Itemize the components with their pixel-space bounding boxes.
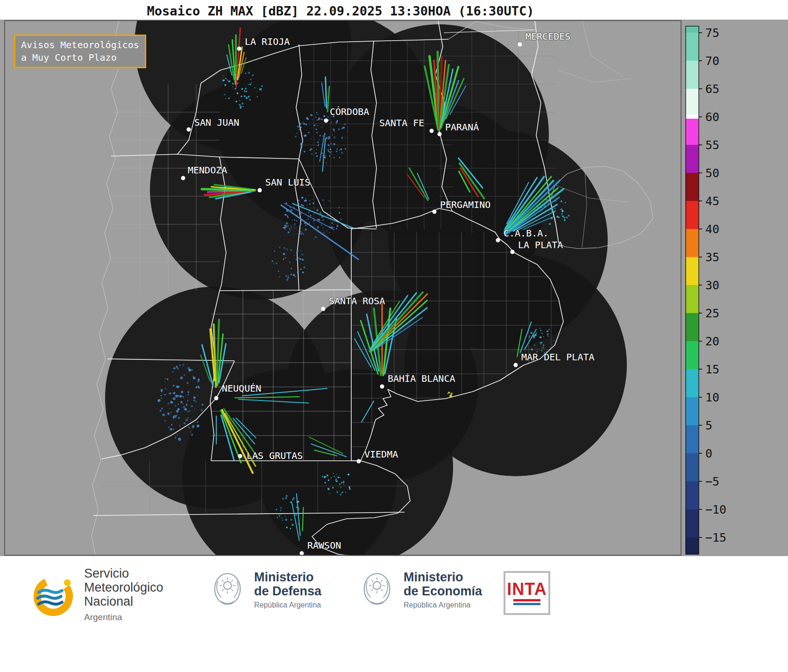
economia-line-2: de Economía xyxy=(404,584,482,598)
defensa-line-1: Ministerio xyxy=(254,570,321,584)
svg-text:C.A.B.A.: C.A.B.A. xyxy=(504,228,548,239)
svg-text:SAN JUAN: SAN JUAN xyxy=(194,117,239,128)
inta-red-bar xyxy=(513,599,540,601)
svg-text:20: 20 xyxy=(705,335,719,348)
svg-text:SANTA ROSA: SANTA ROSA xyxy=(329,295,385,307)
svg-text:MENDOZA: MENDOZA xyxy=(188,164,227,176)
svg-text:NEUQUÉN: NEUQUÉN xyxy=(222,383,261,394)
svg-text:MERCEDES: MERCEDES xyxy=(525,31,570,42)
advisory-line-2: a Muy Corto Plazo xyxy=(21,51,139,64)
svg-text:MAR DEL PLATA: MAR DEL PLATA xyxy=(521,351,595,363)
svg-text:LA RIOJA: LA RIOJA xyxy=(245,36,290,47)
map-title: Mosaico ZH MAX [dBZ] 22.09.2025 13:30HOA… xyxy=(0,4,681,18)
svg-text:45: 45 xyxy=(705,194,719,208)
svg-text:5: 5 xyxy=(705,419,712,432)
smn-line-2: Meteorológico xyxy=(84,580,163,594)
defensa-text: Ministerio de Defensa República Argentin… xyxy=(254,570,321,609)
svg-text:70: 70 xyxy=(705,54,719,68)
svg-text:CÓRDOBA: CÓRDOBA xyxy=(330,106,369,117)
svg-text:PARANÁ: PARANÁ xyxy=(445,122,479,133)
svg-text:SANTA FE: SANTA FE xyxy=(379,117,424,129)
smn-country: Argentina xyxy=(84,610,163,624)
ministerio-defensa-block: Ministerio de Defensa República Argentin… xyxy=(208,567,321,612)
svg-text:65: 65 xyxy=(705,82,719,96)
smn-line-3: Nacional xyxy=(84,594,163,608)
svg-text:35: 35 xyxy=(705,250,719,264)
svg-text:40: 40 xyxy=(705,222,719,236)
svg-text:60: 60 xyxy=(705,110,719,124)
defensa-line-2: de Defensa xyxy=(254,584,321,598)
smn-logo-icon xyxy=(29,571,78,620)
smn-line-1: Servicio xyxy=(84,566,163,580)
svg-text:RAWSON: RAWSON xyxy=(307,540,341,551)
advisory-box: Avisos Meteorológicos a Muy Corto Plazo xyxy=(14,35,146,68)
svg-text:PERGAMINO: PERGAMINO xyxy=(440,199,490,210)
radar-mosaic-page: Mosaico ZH MAX [dBZ] 22.09.2025 13:30HOA… xyxy=(0,0,788,672)
economia-line-1: Ministerio xyxy=(404,570,482,584)
inta-blue-bar xyxy=(513,603,540,605)
economia-sub: República Argentina xyxy=(404,601,482,609)
footer: Servicio Meteorológico Nacional Argentin… xyxy=(0,556,788,672)
svg-text:25: 25 xyxy=(705,307,719,320)
svg-text:75: 75 xyxy=(705,26,719,40)
smn-text: Servicio Meteorológico Nacional Argentin… xyxy=(84,566,163,624)
economia-text: Ministerio de Economía República Argenti… xyxy=(404,570,482,609)
svg-text:30: 30 xyxy=(705,279,719,292)
defensa-crest-icon xyxy=(208,567,247,612)
radar-map: MERCEDESLA RIOJASAN JUANCÓRDOBASANTA FEP… xyxy=(0,20,788,556)
svg-text:SAN LUIS: SAN LUIS xyxy=(265,177,310,188)
svg-text:−10: −10 xyxy=(705,503,726,516)
svg-text:LA PLATA: LA PLATA xyxy=(518,239,563,250)
inta-label: INTA xyxy=(507,581,547,598)
svg-text:10: 10 xyxy=(705,391,719,404)
inta-logo: INTA xyxy=(504,571,550,615)
svg-text:−5: −5 xyxy=(705,475,719,488)
svg-text:55: 55 xyxy=(705,138,719,152)
svg-text:15: 15 xyxy=(705,363,719,376)
advisory-line-1: Avisos Meteorológicos xyxy=(21,39,139,51)
svg-text:0: 0 xyxy=(705,447,712,460)
svg-text:−15: −15 xyxy=(705,531,726,544)
smn-logo-block: Servicio Meteorológico Nacional Argentin… xyxy=(29,566,163,624)
defensa-sub: República Argentina xyxy=(254,601,321,609)
economia-crest-icon xyxy=(358,567,396,612)
svg-text:50: 50 xyxy=(705,166,719,180)
svg-text:BAHÍA BLANCA: BAHÍA BLANCA xyxy=(388,373,455,384)
svg-text:VIEDMA: VIEDMA xyxy=(364,449,398,460)
ministerio-economia-block: Ministerio de Economía República Argenti… xyxy=(358,567,482,612)
svg-text:LAS GRUTAS: LAS GRUTAS xyxy=(247,450,303,461)
